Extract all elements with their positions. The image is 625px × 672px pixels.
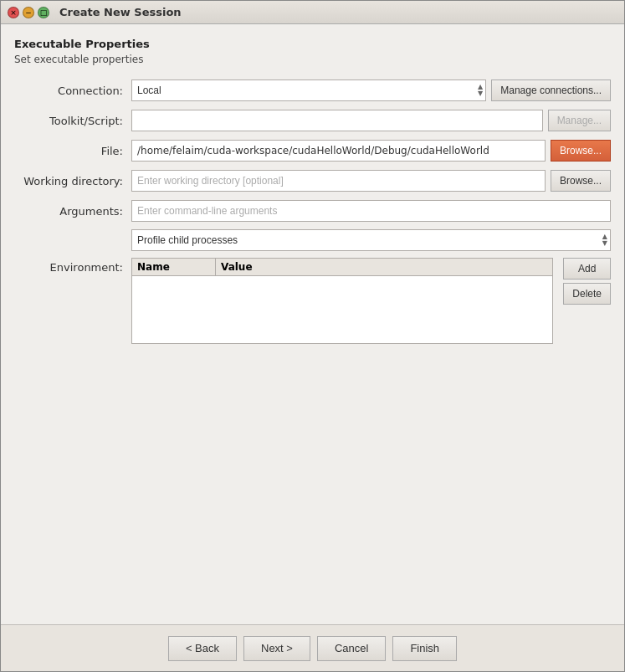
add-env-button[interactable]: Add xyxy=(563,258,611,280)
env-table-body xyxy=(132,276,552,343)
next-button[interactable]: Next > xyxy=(243,636,310,661)
finish-button[interactable]: Finish xyxy=(392,636,457,661)
connection-select-wrapper: Local ▲▼ xyxy=(131,80,486,101)
env-value-header: Value xyxy=(216,259,552,275)
process-select[interactable]: Profile child processes xyxy=(131,229,611,251)
maximize-button[interactable]: □ xyxy=(38,7,49,18)
arguments-input[interactable] xyxy=(131,200,611,222)
env-name-header: Name xyxy=(132,259,216,275)
connection-label: Connection: xyxy=(14,85,131,97)
close-icon: × xyxy=(10,8,17,17)
toolkit-control: CUDA Toolkit 10.1 (/usr/local/cuda-10.1/… xyxy=(131,110,611,131)
file-row: File: /home/felaim/cuda-workspace/cudaHe… xyxy=(14,139,611,162)
working-dir-row: Working directory: Browse... xyxy=(14,169,611,192)
browse-dir-button[interactable]: Browse... xyxy=(551,170,611,192)
bottom-bar: < Back Next > Cancel Finish xyxy=(1,624,624,671)
window-controls: × − □ xyxy=(8,7,49,18)
section-subtitle: Set executable properties xyxy=(14,54,611,65)
arguments-control xyxy=(131,200,611,222)
working-dir-input[interactable] xyxy=(131,170,546,192)
minimize-button[interactable]: − xyxy=(23,7,34,18)
env-table: Name Value xyxy=(131,258,553,344)
env-buttons: Add Delete xyxy=(563,258,611,305)
toolkit-row: Toolkit/Script: CUDA Toolkit 10.1 (/usr/… xyxy=(14,109,611,132)
manage-button[interactable]: Manage... xyxy=(548,110,611,131)
env-table-header: Name Value xyxy=(132,259,552,276)
back-button[interactable]: < Back xyxy=(168,636,237,661)
section-title: Executable Properties xyxy=(14,38,611,50)
connection-row: Connection: Local ▲▼ Manage connections.… xyxy=(14,79,611,102)
delete-env-button[interactable]: Delete xyxy=(563,283,611,305)
toolkit-label: Toolkit/Script: xyxy=(14,115,131,127)
manage-connections-button[interactable]: Manage connections... xyxy=(491,80,611,101)
arguments-label: Arguments: xyxy=(14,205,131,218)
env-table-area: Name Value xyxy=(131,258,553,344)
file-label: File: xyxy=(14,145,131,157)
content-area: Executable Properties Set executable pro… xyxy=(1,24,624,624)
title-bar: × − □ Create New Session xyxy=(1,1,624,24)
minimize-icon: − xyxy=(25,8,32,17)
process-select-wrapper: Profile child processes ▲▼ xyxy=(131,229,611,251)
working-dir-control: Browse... xyxy=(131,170,611,192)
connection-select[interactable]: Local xyxy=(131,80,486,101)
process-row: Profile child processes ▲▼ xyxy=(14,229,611,251)
file-control: /home/felaim/cuda-workspace/cudaHelloWor… xyxy=(131,140,611,162)
close-button[interactable]: × xyxy=(8,7,19,18)
working-dir-label: Working directory: xyxy=(14,175,131,187)
browse-file-button[interactable]: Browse... xyxy=(551,140,611,162)
window-title: Create New Session xyxy=(59,6,182,18)
toolkit-input[interactable]: CUDA Toolkit 10.1 (/usr/local/cuda-10.1/… xyxy=(131,110,543,131)
file-path-display: /home/felaim/cuda-workspace/cudaHelloWor… xyxy=(131,140,546,162)
maximize-icon: □ xyxy=(40,8,48,17)
process-control: Profile child processes ▲▼ xyxy=(131,229,611,251)
environment-control: Name Value Add Delete xyxy=(131,258,611,344)
arguments-row: Arguments: xyxy=(14,199,611,223)
environment-label: Environment: xyxy=(14,258,131,274)
environment-row: Environment: Name Value Add Del xyxy=(14,258,611,344)
cancel-button[interactable]: Cancel xyxy=(317,636,386,661)
form-area: Connection: Local ▲▼ Manage connections.… xyxy=(14,79,611,618)
connection-control: Local ▲▼ Manage connections... xyxy=(131,80,611,101)
